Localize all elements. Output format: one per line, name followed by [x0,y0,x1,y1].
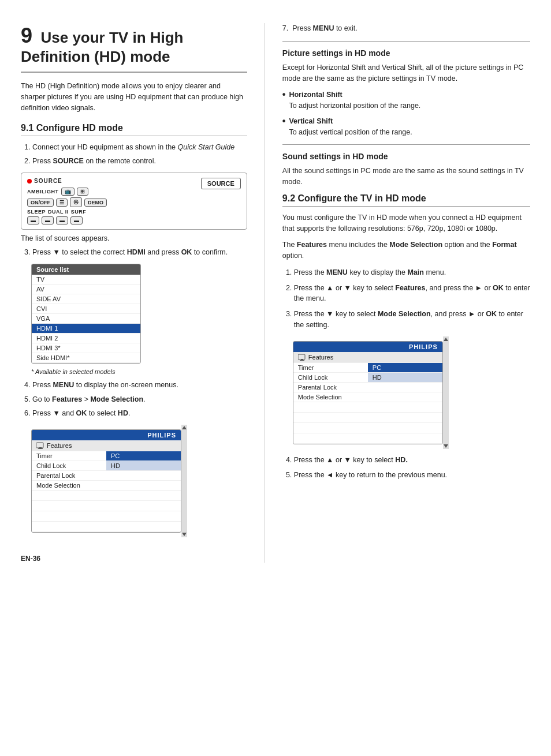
bullet-vertical-content: Vertical Shift To adjust vertical positi… [289,116,530,138]
step-92-4: Press the ▲ or ▼ key to select HD. [294,455,530,466]
philips-cell2-modesel-label: Mode Selection [293,392,368,402]
horizontal-shift-term: Horizontal Shift [289,91,342,99]
menu-icon-btn: ☰ [56,199,68,207]
source-bold: SOURCE [53,157,83,165]
remote-ambilight-row: AMBILIGHT 📺 ⊞ [27,188,131,196]
philips-cell2-e2 [293,413,368,422]
philips-row2-parentallock: Parental Lock [293,383,442,392]
source-item-side-hdmi: Side HDMI* [32,353,140,363]
surf-label: SURF [71,209,87,215]
left-column: 9 Use your TV in HighDefinition (HD) mod… [21,23,265,563]
source-item-vga: VGA [32,314,140,324]
source-item-tv: TV [32,275,140,285]
features-bold-92-2: Features [395,284,425,292]
btn3: ▬ [56,216,68,224]
source-item-hdmi1: HDMI 1 [32,324,140,334]
remote-inner: SOURCE AMBILIGHT 📺 ⊞ ON/OFF ☰ ㉿ DEMO SLE… [27,178,131,224]
ambilight-label: AMBILIGHT [27,189,59,194]
step-4: Press MENU to display the on-screen menu… [32,380,247,391]
philips-sub-row-2: Features [293,352,442,363]
menu-bold-7: MENU [313,24,334,32]
philips-row-modesel: Mode Selection [32,481,181,491]
sources-appear-text: The list of sources appears. [21,234,247,242]
remote-source-button-row: SOURCE [27,178,131,184]
philips-cell-pc: PC [106,451,181,461]
philips-cell2-pc: PC [368,363,442,372]
vertical-shift-term: Vertical Shift [289,117,333,125]
philips-table-1: Timer PC Child Lock HD Parental Lock [32,451,181,532]
ok-bold-6: OK [76,409,87,417]
philips-brand-1: PHILIPS [32,430,181,440]
svg-rect-4 [301,359,303,360]
tv-icon-btn: 📺 [61,188,75,196]
scroll-down-2 [444,444,448,448]
philips-row-childlock: Child Lock HD [32,461,181,471]
section-92-intro: You must configure the TV in HD mode whe… [282,212,530,234]
remote-diagram: SOURCE AMBILIGHT 📺 ⊞ ON/OFF ☰ ㉿ DEMO SLE… [21,173,247,230]
source-item-hdmi3: HDMI 3* [32,343,140,353]
philips-cell2-parentallock-label: Parental Lock [293,383,368,392]
section-91-title: 9.1 Configure HD mode [21,123,247,136]
philips-row2-modesel: Mode Selection [293,392,442,402]
section-92-steps-4-5: Press the ▲ or ▼ key to select HD. Press… [282,455,530,481]
hdmi-bold: HDMI [127,248,146,256]
source-item-side-av: SIDE AV [32,294,140,304]
features-icon-2 [298,354,306,361]
right-column: 7. Press MENU to exit. Picture settings … [265,23,530,563]
mode-sel-bold-92: Mode Selection [389,241,442,249]
step-3: Press ▼ to select the correct HDMI and p… [32,247,247,258]
bullet-dot-1: • [282,90,286,111]
philips-cell2-e3v [368,423,442,433]
picture-settings-heading: Picture settings in HD mode [282,48,530,58]
bullet-horizontal-content: Horizontal Shift To adjust horizontal po… [289,89,530,111]
ok-bold-92-3: OK [486,310,497,318]
step-92-5: Press the ◄ key to return to the previou… [294,470,530,481]
philips-cell-parentallock-label: Parental Lock [32,471,106,480]
sound-settings-text: All the sound settings in PC mode are th… [282,166,530,188]
step-92-3: Press the ▼ key to select Mode Selection… [294,309,530,331]
philips-cell-hd: HD [106,461,181,470]
on-off-btn: ON/OFF [27,199,54,207]
philips-cell2-parental-val [368,383,442,392]
section-92-para2: The Features menu includes the Mode Sele… [282,239,530,261]
steps-3-6: Press ▼ to select the correct HDMI and p… [21,247,247,258]
philips-cell2-timer-label: Timer [293,363,368,372]
philips-cell2-hd: HD [368,373,442,382]
philips-row2-timer: Timer PC [293,363,442,373]
format-bold-92: Format [492,241,516,249]
remote-onoff-row: ON/OFF ☰ ㉿ DEMO [27,197,131,207]
step-92-1: Press the MENU key to display the Main m… [294,267,530,278]
source-indicator-dot [27,179,32,184]
bullet-section: • Horizontal Shift To adjust horizontal … [282,89,530,137]
philips-cell-e3v [106,511,181,521]
bullet-dot-2: • [282,117,286,138]
philips-cell2-e4 [293,433,368,443]
philips-cell-e1 [32,491,106,500]
philips-cell-e2v [106,501,181,511]
philips-row2-empty4 [293,433,442,444]
philips-cell-e4 [32,522,106,532]
philips-row2-empty3 [293,423,442,433]
philips-row2-empty1 [293,402,442,413]
features-icon-1 [36,442,44,449]
remote-icon-row: ▬ ▬ ▬ ▬ [27,216,131,224]
cc-btn: ㉿ [70,197,82,207]
philips-row-empty1 [32,491,181,501]
philips-row-empty4 [32,522,181,532]
philips-box2: PHILIPS Features Timer PC Child Lock HD [293,341,443,444]
remote-source-label: SOURCE [34,178,62,184]
philips-box1: PHILIPS Features Timer PC Child Lock HD [31,429,181,533]
step-1: Connect your HD equipment as shown in th… [32,142,247,153]
philips-cell2-e2v [368,413,442,422]
philips-row-parentallock: Parental Lock [32,471,181,481]
hr-before-sound [282,144,530,145]
philips-row2-childlock: Child Lock HD [293,373,442,383]
source-item-hdmi2: HDMI 2 [32,334,140,343]
page: 9 Use your TV in HighDefinition (HD) mod… [0,0,551,586]
mode-sel-bold: Mode Selection [90,395,143,403]
philips-scrollbar-2 [443,336,449,449]
philips-scrollbar-1 [181,425,187,537]
step-5: Go to Features > Mode Selection. [32,394,247,405]
btn4: ▬ [70,216,83,224]
intro-paragraph: The HD (High Definition) mode allows you… [21,81,247,113]
